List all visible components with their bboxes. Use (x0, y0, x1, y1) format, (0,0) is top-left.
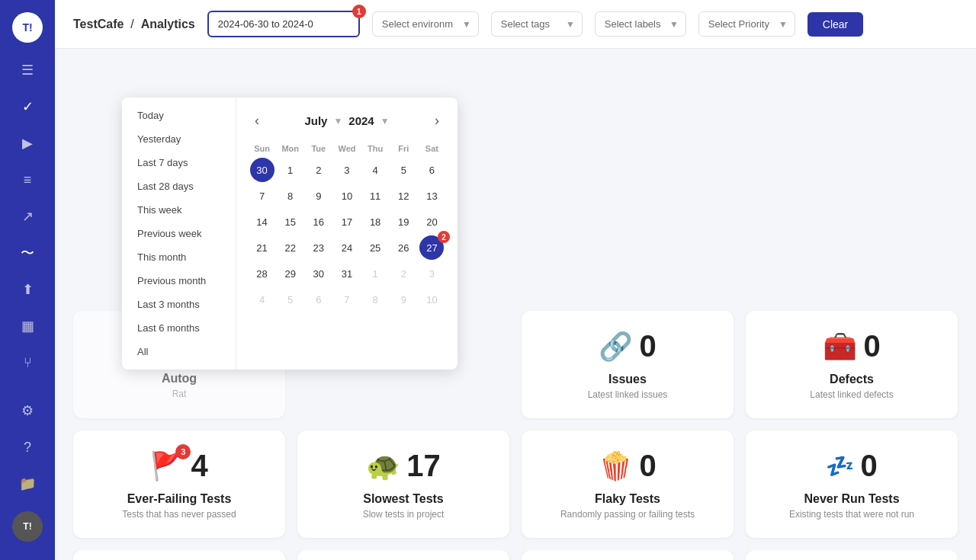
calendar-prev-button[interactable]: ‹ (249, 110, 265, 132)
card-defects[interactable]: 🧰 0 Defects Latest linked defects (746, 311, 958, 418)
cal-day-2[interactable]: 2 (307, 158, 331, 182)
play-icon[interactable]: ▶ (12, 128, 43, 158)
priority-select[interactable]: Select Priority (698, 11, 795, 37)
cal-day-30[interactable]: 30 (307, 261, 331, 286)
cal-day-10[interactable]: 10 (335, 184, 359, 208)
cal-day-25[interactable]: 25 (363, 235, 387, 260)
user-avatar[interactable]: T! (12, 511, 43, 542)
help-icon[interactable]: ? (12, 432, 43, 462)
analytics-icon[interactable]: 〜 (12, 238, 43, 268)
cal-day-aug1[interactable]: 1 (363, 261, 387, 286)
cal-day-aug4[interactable]: 4 (250, 287, 274, 312)
cal-day-aug3[interactable]: 3 (419, 261, 444, 286)
cal-day-22[interactable]: 22 (278, 235, 303, 260)
environment-select-wrap[interactable]: Select environm ▼ (372, 11, 479, 37)
year-chevron-icon[interactable]: ▼ (380, 116, 390, 126)
cal-day-12[interactable]: 12 (391, 184, 416, 208)
check-icon[interactable]: ✓ (12, 91, 43, 122)
preset-today[interactable]: Today (122, 104, 236, 127)
card-issues-title: Issues (608, 373, 647, 386)
settings-icon[interactable]: ⚙ (12, 395, 43, 426)
cal-day-8[interactable]: 8 (278, 184, 303, 208)
cal-day-16[interactable]: 16 (307, 210, 331, 234)
preset-thisweek[interactable]: This week (122, 198, 236, 222)
date-range-wrapper[interactable]: 1 (207, 11, 360, 37)
cal-day-26[interactable]: 26 (391, 235, 416, 260)
tags-select-wrap[interactable]: Select tags ▼ (491, 11, 583, 37)
cal-day-aug2[interactable]: 2 (391, 261, 416, 286)
cal-day-17[interactable]: 17 (335, 210, 359, 234)
cal-day-15[interactable]: 15 (278, 210, 303, 234)
card-flaky[interactable]: 🍿 0 Flaky Tests Randomly passing or fail… (522, 430, 734, 538)
tags-select[interactable]: Select tags (491, 11, 583, 37)
month-chevron-icon[interactable]: ▼ (333, 116, 342, 126)
fork-icon[interactable]: ⑂ (12, 347, 43, 378)
cal-day-20[interactable]: 20 (419, 210, 444, 234)
cal-day-7[interactable]: 7 (250, 184, 274, 208)
cards-row2: 🚩 3 4 Ever-Failing Tests Tests that has … (73, 430, 958, 538)
folder-icon[interactable]: 📁 (12, 469, 43, 499)
cal-day-24[interactable]: 24 (335, 235, 359, 260)
card-tags[interactable]: 📝 12 Tags Statistics Test coverage by ta… (73, 550, 285, 560)
defects-icon: 🧰 (823, 331, 857, 363)
preset-thismonth[interactable]: This month (122, 245, 236, 269)
card-flaky-subtitle: Randomly passing or failing tests (560, 509, 695, 520)
ever-failing-count: 4 (191, 449, 207, 483)
card-ever-failing[interactable]: 🚩 3 4 Ever-Failing Tests Tests that has … (73, 430, 285, 538)
never-run-count: 0 (860, 449, 877, 483)
card-issues[interactable]: 🔗 0 Issues Latest linked issues (522, 311, 734, 418)
labels-select[interactable]: Select labels (595, 11, 686, 37)
cal-day-aug7[interactable]: 7 (335, 287, 359, 312)
date-range-input[interactable] (207, 11, 360, 37)
bar-chart-icon[interactable]: ▦ (12, 311, 43, 341)
cal-day-3[interactable]: 3 (335, 158, 359, 182)
cal-day-6[interactable]: 6 (419, 158, 444, 182)
clear-button[interactable]: Clear (807, 12, 863, 37)
cal-day-30-june[interactable]: 30 (250, 158, 274, 182)
cal-day-14[interactable]: 14 (250, 210, 274, 234)
cal-day-21[interactable]: 21 (250, 235, 274, 260)
cal-day-11[interactable]: 11 (363, 184, 387, 208)
cal-day-1[interactable]: 1 (278, 158, 303, 182)
export-icon[interactable]: ⬆ (12, 274, 43, 305)
preset-last3months[interactable]: Last 3 months (122, 293, 236, 316)
preset-prevmonth[interactable]: Previous month (122, 269, 236, 293)
cal-day-19[interactable]: 19 (391, 210, 416, 234)
date-picker-dropdown[interactable]: Today Yesterday Last 7 days Last 28 days… (122, 98, 458, 370)
card-never-run[interactable]: 💤 0 Never Run Tests Existing tests that … (746, 430, 958, 538)
cal-day-13[interactable]: 13 (419, 184, 444, 208)
cal-day-aug6[interactable]: 6 (307, 287, 331, 312)
calendar-next-button[interactable]: › (429, 110, 445, 132)
priority-select-wrap[interactable]: Select Priority ▼ (698, 11, 795, 37)
cal-day-aug9[interactable]: 9 (391, 287, 416, 312)
cal-day-9[interactable]: 9 (307, 184, 331, 208)
preset-yesterday[interactable]: Yesterday (122, 127, 236, 151)
menu-icon[interactable]: ☰ (12, 55, 43, 85)
cal-day-5[interactable]: 5 (391, 158, 416, 182)
labels-select-wrap[interactable]: Select labels ▼ (595, 11, 686, 37)
cal-day-aug10[interactable]: 10 (419, 287, 444, 312)
card-jira[interactable]: 0 Jira Traceability Matrix (746, 550, 958, 560)
cal-day-31[interactable]: 31 (335, 261, 359, 286)
trending-icon[interactable]: ↗ (12, 201, 43, 232)
card-autog-title: Autog (162, 372, 197, 386)
cal-day-aug5[interactable]: 5 (278, 287, 303, 312)
preset-all[interactable]: All (122, 340, 236, 363)
preset-last6months[interactable]: Last 6 months (122, 316, 236, 340)
cal-day-18[interactable]: 18 (363, 210, 387, 234)
calendar-header: ‹ July ▼ 2024 ▼ › (249, 110, 445, 132)
preset-prevweek[interactable]: Previous week (122, 222, 236, 245)
card-environments[interactable]: 🌤 1 Environments Run Environments (522, 550, 734, 560)
cal-day-29[interactable]: 29 (278, 261, 303, 286)
list-icon[interactable]: ≡ (12, 165, 43, 195)
cal-day-23[interactable]: 23 (307, 235, 331, 260)
cal-day-aug8[interactable]: 8 (363, 287, 387, 312)
card-labels[interactable]: 🏷 0 Labels Test coverage by labels (297, 550, 509, 560)
cal-day-4[interactable]: 4 (363, 158, 387, 182)
card-slowest[interactable]: 🐢 17 Slowest Tests Slow tests in project (297, 430, 509, 538)
environment-select[interactable]: Select environm (372, 11, 479, 37)
preset-last28[interactable]: Last 28 days (122, 174, 236, 198)
page-header: TestCafe / Analytics 1 Select environm ▼… (55, 0, 976, 49)
cal-day-28[interactable]: 28 (250, 261, 274, 286)
preset-last7[interactable]: Last 7 days (122, 151, 236, 174)
